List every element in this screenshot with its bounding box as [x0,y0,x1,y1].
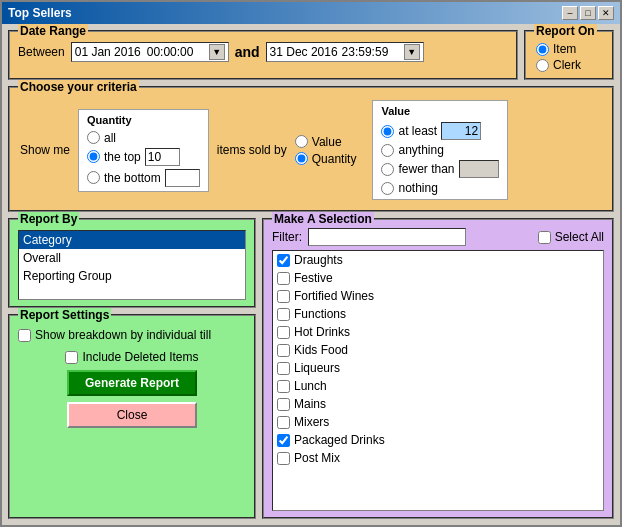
checklist-item-checkbox[interactable] [277,254,290,267]
selection-box: Make A Selection Filter: Select All Drau… [262,218,614,519]
close-button[interactable]: Close [67,402,197,428]
checklist-item-checkbox[interactable] [277,380,290,393]
include-deleted-checkbox[interactable] [65,351,78,364]
list-item[interactable]: Category [19,231,245,249]
qty-all-row[interactable]: all [87,131,200,145]
checklist-item[interactable]: Hot Drinks [273,323,603,341]
at-least-input[interactable] [441,122,481,140]
list-item[interactable]: Overall [19,249,245,267]
checklist-item-label: Mains [294,397,326,411]
quantity-legend: Quantity [87,114,200,126]
qty-all-radio[interactable] [87,131,100,144]
maximize-button[interactable]: □ [580,6,596,20]
checklist-item[interactable]: Mixers [273,413,603,431]
at-least-row[interactable]: at least [381,122,498,140]
list-item[interactable]: Reporting Group [19,267,245,285]
checklist-item[interactable]: Packaged Drinks [273,431,603,449]
start-date-field[interactable] [75,45,145,59]
anything-row[interactable]: anything [381,143,498,157]
report-on-clerk-radio[interactable] [536,59,549,72]
window-title: Top Sellers [8,6,72,20]
qty-top-input[interactable] [145,148,180,166]
checklist-item-checkbox[interactable] [277,290,290,303]
fewer-than-input[interactable] [459,160,499,178]
end-date-field[interactable] [270,45,340,59]
report-on-clerk-row[interactable]: Clerk [536,58,602,72]
filter-input[interactable] [308,228,466,246]
by-quantity-radio[interactable] [295,152,308,165]
end-time-field[interactable] [342,45,402,59]
by-quantity-row[interactable]: Quantity [295,152,357,166]
checklist-item[interactable]: Mains [273,395,603,413]
top-sellers-window: Top Sellers – □ ✕ Date Range Between ▼ a… [0,0,622,527]
nothing-row[interactable]: nothing [381,181,498,195]
report-on-clerk-label: Clerk [553,58,581,72]
fewer-than-row[interactable]: fewer than [381,160,498,178]
checklist-item-checkbox[interactable] [277,326,290,339]
breakdown-row[interactable]: Show breakdown by individual till [18,328,246,342]
value-group: Value at least anything fewer than [372,100,507,200]
checklist-item-checkbox[interactable] [277,308,290,321]
close-button[interactable]: ✕ [598,6,614,20]
qty-bottom-input[interactable] [165,169,200,187]
report-on-item-label: Item [553,42,576,56]
checklist-item[interactable]: Functions [273,305,603,323]
qty-bottom-radio[interactable] [87,171,100,184]
anything-radio[interactable] [381,144,394,157]
end-calendar-btn[interactable]: ▼ [404,44,420,60]
select-all-row[interactable]: Select All [538,230,604,244]
qty-bottom-row[interactable]: the bottom [87,169,200,187]
start-calendar-btn[interactable]: ▼ [209,44,225,60]
main-content: Date Range Between ▼ and ▼ [2,24,620,525]
show-me-label: Show me [20,143,70,157]
checklist-item-checkbox[interactable] [277,398,290,411]
criteria-legend: Choose your criteria [18,80,139,94]
end-date-input[interactable]: ▼ [266,42,424,62]
nothing-radio[interactable] [381,182,394,195]
checklist-item-label: Mixers [294,415,329,429]
value-group-legend: Value [381,105,498,117]
checklist-item[interactable]: Fortified Wines [273,287,603,305]
by-value-radio[interactable] [295,135,308,148]
qty-top-radio[interactable] [87,150,100,163]
report-by-list[interactable]: Category Overall Reporting Group [18,230,246,300]
generate-report-button[interactable]: Generate Report [67,370,197,396]
select-all-label: Select All [555,230,604,244]
start-time-field[interactable] [147,45,207,59]
checklist-item[interactable]: Liqueurs [273,359,603,377]
at-least-radio[interactable] [381,125,394,138]
checklist-item-checkbox[interactable] [277,434,290,447]
by-value-row[interactable]: Value [295,135,357,149]
include-deleted-row[interactable]: Include Deleted Items [65,350,198,364]
and-label: and [235,44,260,60]
checklist-item-checkbox[interactable] [277,452,290,465]
date-range-legend: Date Range [18,24,88,38]
buttons-row: Include Deleted Items Generate Report Cl… [18,342,246,428]
title-bar-buttons: – □ ✕ [562,6,614,20]
report-by-legend: Report By [18,212,79,226]
checklist-item[interactable]: Lunch [273,377,603,395]
qty-top-row[interactable]: the top [87,148,200,166]
checklist-box[interactable]: DraughtsFestiveFortified WinesFunctionsH… [272,250,604,511]
title-bar: Top Sellers – □ ✕ [2,2,620,24]
checklist-item[interactable]: Draughts [273,251,603,269]
filter-row: Filter: [272,228,466,246]
qty-top-label: the top [104,150,141,164]
breakdown-checkbox[interactable] [18,329,31,342]
checklist-item[interactable]: Festive [273,269,603,287]
checklist-item-checkbox[interactable] [277,416,290,429]
checklist-item-checkbox[interactable] [277,362,290,375]
checklist-item-checkbox[interactable] [277,344,290,357]
checklist-item[interactable]: Post Mix [273,449,603,467]
fewer-than-radio[interactable] [381,163,394,176]
report-on-item-row[interactable]: Item [536,42,602,56]
checklist-item-label: Functions [294,307,346,321]
checklist-item[interactable]: Kids Food [273,341,603,359]
start-date-input[interactable]: ▼ [71,42,229,62]
quantity-group: Quantity all the top the bottom [78,109,209,192]
select-all-checkbox[interactable] [538,231,551,244]
report-on-item-radio[interactable] [536,43,549,56]
minimize-button[interactable]: – [562,6,578,20]
checklist-item-checkbox[interactable] [277,272,290,285]
report-on-box: Report On Item Clerk [524,30,614,80]
